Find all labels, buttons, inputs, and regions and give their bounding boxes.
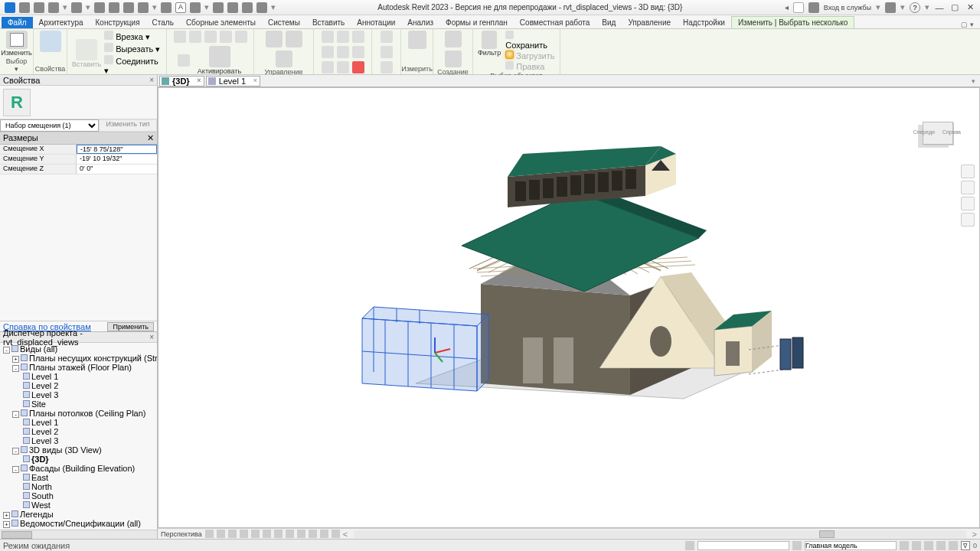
- user-icon[interactable]: [808, 2, 819, 13]
- select-links-icon[interactable]: [900, 541, 909, 550]
- activate-button[interactable]: [209, 46, 230, 67]
- drag-elements-icon[interactable]: [949, 541, 958, 550]
- login-link[interactable]: Вход в службы: [824, 4, 871, 11]
- constraints-icon[interactable]: [332, 530, 340, 538]
- prop-value[interactable]: -19' 10 19/32": [77, 155, 157, 164]
- mod-tool[interactable]: [322, 46, 334, 58]
- geom-tool[interactable]: [189, 31, 201, 43]
- orbit-icon[interactable]: [961, 213, 975, 227]
- geom-tool[interactable]: [204, 31, 217, 43]
- expand-icon[interactable]: +: [12, 356, 19, 363]
- qat-icon[interactable]: [242, 2, 253, 13]
- reveal-icon[interactable]: [309, 530, 317, 538]
- design-option-field[interactable]: [805, 541, 897, 550]
- paste-button[interactable]: [76, 39, 97, 60]
- properties-button[interactable]: [40, 31, 61, 52]
- tree-node[interactable]: Level 2: [2, 381, 155, 390]
- undo-icon[interactable]: [71, 2, 82, 13]
- open-icon[interactable]: [19, 2, 30, 13]
- crop-region-icon[interactable]: [274, 530, 283, 538]
- tab-addins[interactable]: Надстройки: [677, 17, 731, 28]
- crop-icon[interactable]: [263, 530, 271, 538]
- tab-systems[interactable]: Системы: [262, 17, 306, 28]
- tree-node[interactable]: -Планы потолков (Ceiling Plan): [2, 409, 155, 418]
- temp-hide-icon[interactable]: [297, 530, 305, 538]
- save-selection-button[interactable]: Сохранить: [505, 31, 557, 50]
- geom-tool[interactable]: [178, 54, 190, 67]
- tree-node[interactable]: +Ведомости/Спецификации (all): [2, 519, 155, 528]
- detail-level-icon[interactable]: [205, 530, 214, 538]
- visual-style-icon[interactable]: [217, 530, 225, 538]
- close-icon[interactable]: ×: [253, 77, 257, 84]
- edit-selection-button[interactable]: Правка: [505, 61, 557, 71]
- expand-icon[interactable]: +: [3, 512, 10, 519]
- cut-button[interactable]: Вырезать ▾: [104, 43, 163, 54]
- tab-annotate[interactable]: Аннотации: [351, 17, 401, 28]
- redo-icon[interactable]: [94, 2, 105, 13]
- app-icon[interactable]: [885, 2, 896, 13]
- select-underlay-icon[interactable]: [912, 541, 921, 550]
- view-tool[interactable]: [381, 31, 393, 43]
- tree-node[interactable]: +Планы несущих конструкций (Structural P…: [2, 354, 155, 363]
- tree-node[interactable]: South: [2, 491, 155, 500]
- ribbon-collapse-icon[interactable]: ▢ ▾: [961, 21, 974, 28]
- close-icon[interactable]: ×: [197, 77, 201, 84]
- tree-node[interactable]: -3D виды (3D View): [2, 445, 155, 455]
- lock-3d-icon[interactable]: [286, 530, 294, 538]
- steering-wheel-icon[interactable]: [961, 165, 975, 178]
- mod-tool[interactable]: [322, 61, 334, 73]
- geom-tool[interactable]: [174, 31, 186, 43]
- close-icon[interactable]: ×: [149, 76, 154, 84]
- move-tool[interactable]: [266, 31, 283, 47]
- tab-view[interactable]: Вид: [596, 17, 622, 28]
- filter-button[interactable]: [482, 31, 497, 49]
- type-selector[interactable]: Набор смещения (1): [0, 119, 99, 132]
- expand-icon[interactable]: -: [3, 347, 10, 354]
- tab-analyze[interactable]: Анализ: [401, 17, 439, 28]
- save-icon[interactable]: [34, 2, 44, 13]
- search-icon[interactable]: [793, 2, 804, 13]
- select-pinned-icon[interactable]: [924, 541, 933, 550]
- tree-node[interactable]: West: [2, 500, 155, 510]
- sync-icon[interactable]: [48, 2, 59, 13]
- load-selection-button[interactable]: Загрузить: [505, 51, 557, 60]
- rendering-icon[interactable]: [251, 530, 260, 538]
- view-tool[interactable]: [381, 61, 393, 73]
- tree-node[interactable]: -Планы этажей (Floor Plan): [2, 363, 155, 372]
- tree-node[interactable]: {3D}: [2, 455, 155, 464]
- view-tool[interactable]: [381, 46, 393, 58]
- tree-node[interactable]: Level 1: [2, 372, 155, 381]
- tree-node[interactable]: Level 3: [2, 390, 155, 399]
- close-button[interactable]: ✕: [965, 3, 975, 12]
- qat-icon[interactable]: [161, 2, 172, 13]
- help-icon[interactable]: ?: [910, 2, 920, 13]
- tab-architecture[interactable]: Архитектура: [33, 17, 90, 28]
- prop-value[interactable]: 0' 0": [77, 165, 157, 174]
- geom-tool[interactable]: [235, 31, 247, 43]
- mod-tool[interactable]: [337, 46, 349, 58]
- filter-icon[interactable]: ∇: [961, 541, 970, 550]
- tree-node[interactable]: East: [2, 473, 155, 482]
- property-row[interactable]: Смещение Z0' 0": [0, 165, 157, 174]
- drawing-canvas[interactable]: Спереди Справа: [158, 87, 980, 528]
- worksets-icon[interactable]: [685, 541, 694, 550]
- measure-icon[interactable]: [123, 2, 134, 13]
- pan-icon[interactable]: [961, 181, 975, 194]
- mirror-tool[interactable]: [276, 51, 292, 67]
- view-tab-3d[interactable]: {3D} ×: [159, 76, 204, 86]
- workset-field[interactable]: [697, 541, 789, 550]
- edit-type-button[interactable]: Изменить тип: [99, 119, 157, 132]
- tree-node[interactable]: Level 3: [2, 436, 155, 445]
- sun-path-icon[interactable]: [228, 530, 237, 538]
- mod-tool[interactable]: [352, 46, 364, 58]
- mod-tool[interactable]: [352, 31, 364, 43]
- join-button[interactable]: Соединить ▾: [104, 55, 163, 76]
- select-face-icon[interactable]: [936, 541, 946, 550]
- tab-massing[interactable]: Формы и генплан: [439, 17, 514, 28]
- tree-node[interactable]: +Легенды: [2, 510, 155, 519]
- rotate-tool[interactable]: [286, 31, 302, 47]
- text-icon[interactable]: A: [175, 2, 186, 13]
- create-tool[interactable]: [445, 31, 462, 47]
- tree-node[interactable]: Level 1: [2, 418, 155, 427]
- qat-icon[interactable]: [213, 2, 224, 13]
